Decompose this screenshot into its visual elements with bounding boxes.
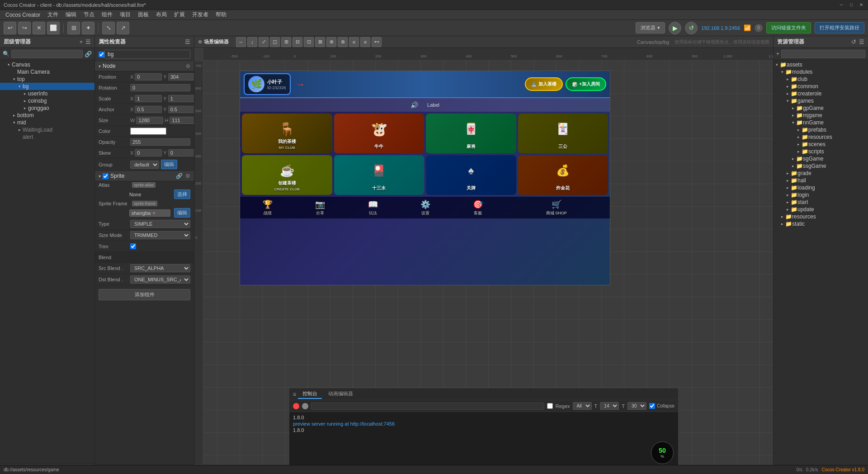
console-level-select[interactable]: All bbox=[573, 402, 592, 410]
asset-item-prefabs[interactable]: ▸ 📁 prefabs bbox=[774, 126, 868, 133]
refresh-button[interactable]: ↺ bbox=[685, 22, 698, 34]
asset-menu-icon[interactable]: ☰ bbox=[859, 38, 864, 45]
console-spacing-select[interactable]: 30 bbox=[627, 402, 646, 410]
trim-checkbox[interactable] bbox=[130, 243, 136, 249]
sprite-frame-edit-button[interactable]: 编辑 bbox=[174, 208, 190, 218]
anchor-x-input[interactable] bbox=[135, 106, 162, 113]
type-select[interactable]: SIMPLE bbox=[130, 220, 190, 228]
browser-select[interactable]: 浏览器 ▾ bbox=[636, 22, 665, 33]
asset-item-scenes[interactable]: ▸ 📁 scenes bbox=[774, 141, 868, 148]
asset-item-start[interactable]: ▸ 📁 start bbox=[774, 199, 868, 206]
tree-item-userinfo[interactable]: ▸ userInfo bbox=[0, 90, 94, 97]
scene-tool-13[interactable]: ⊷ bbox=[372, 37, 382, 47]
scene-tool-9[interactable]: ⊕ bbox=[326, 37, 336, 47]
asset-item-grade[interactable]: ▸ 📁 grade bbox=[774, 170, 868, 177]
node-section-header[interactable]: ▾ Node ⚙ bbox=[95, 61, 194, 71]
tree-item-waitingload[interactable]: ▸ WaitingLoad bbox=[0, 126, 94, 133]
console-tab-console[interactable]: 控制台 bbox=[298, 389, 322, 399]
toolbar-btn-5[interactable]: ⊞ bbox=[67, 22, 80, 34]
footer-btn-2[interactable]: 📷 分享 bbox=[294, 199, 346, 216]
hierarchy-link-icon[interactable]: 🔗 bbox=[85, 51, 92, 57]
add-component-button[interactable]: 添加组件 bbox=[99, 289, 190, 300]
footer-btn-6[interactable]: 🛒 商城 SHOP bbox=[505, 199, 608, 216]
scene-tool-10[interactable]: ⊗ bbox=[338, 37, 348, 47]
tree-item-alert[interactable]: alert bbox=[0, 133, 94, 141]
node-gear-icon[interactable]: ⚙ bbox=[186, 63, 190, 69]
menu-cocos[interactable]: Cocos Creator bbox=[2, 11, 44, 19]
sprite-link-icon[interactable]: 🔗 bbox=[176, 173, 183, 179]
asset-item-resources-root[interactable]: ▸ 📁 resources bbox=[774, 213, 868, 220]
asset-item-nngame[interactable]: ▾ 📁 nnGame bbox=[774, 119, 868, 126]
game-item-7[interactable]: ♠ 关牌 bbox=[426, 155, 516, 195]
src-blend-select[interactable]: SRC_ALPHA bbox=[130, 264, 190, 272]
asset-item-assets[interactable]: ▾ 📁 assets bbox=[774, 61, 868, 68]
scale-x-input[interactable] bbox=[135, 95, 162, 102]
console-search-input[interactable] bbox=[311, 403, 544, 410]
menu-project[interactable]: 项目 bbox=[116, 10, 134, 19]
tree-item-mid[interactable]: ▾ mid bbox=[0, 119, 94, 126]
scene-tool-8[interactable]: ⊠ bbox=[315, 37, 325, 47]
asset-item-modules[interactable]: ▾ 📁 modules bbox=[774, 68, 868, 76]
menu-component[interactable]: 组件 bbox=[98, 10, 116, 19]
game-item-6[interactable]: 🎴 十三水 bbox=[334, 155, 425, 195]
asset-item-scripts[interactable]: ▸ 📁 scripts bbox=[774, 148, 868, 155]
toolbar-btn-2[interactable]: ↪ bbox=[18, 22, 31, 34]
toolbar-btn-1[interactable]: ↩ bbox=[4, 22, 16, 34]
size-h-input[interactable] bbox=[170, 117, 194, 124]
hierarchy-menu-icon[interactable]: ☰ bbox=[85, 38, 91, 45]
close-button[interactable]: ✕ bbox=[858, 2, 864, 8]
console-clear-icon[interactable] bbox=[302, 403, 308, 409]
sprite-section-header[interactable]: ▾ Sprite 🔗 ⚙ bbox=[95, 171, 194, 181]
menu-node[interactable]: 节点 bbox=[80, 10, 98, 19]
asset-item-ssggame[interactable]: ▸ 📁 ssgGame bbox=[774, 162, 868, 170]
scene-tool-6[interactable]: ⊟ bbox=[292, 37, 302, 47]
visit-folder-button[interactable]: 访问链接文件夹 bbox=[766, 22, 811, 33]
sprite-enable-checkbox[interactable] bbox=[103, 173, 108, 179]
asset-item-resources-nn[interactable]: ▸ 📁 resources bbox=[774, 133, 868, 141]
asset-item-club[interactable]: ▸ 📁 club bbox=[774, 76, 868, 83]
asset-item-gpgame[interactable]: ▸ 📁 gpGame bbox=[774, 104, 868, 112]
asset-item-createrole[interactable]: ▸ 📁 createrole bbox=[774, 90, 868, 97]
size-mode-select[interactable]: TRIMMED bbox=[130, 231, 190, 239]
game-item-3[interactable]: 🀄 麻将 bbox=[426, 114, 516, 153]
tree-item-main-camera[interactable]: Main Camera bbox=[0, 68, 94, 76]
size-w-input[interactable] bbox=[136, 117, 163, 124]
properties-menu-icon[interactable]: ☰ bbox=[185, 38, 190, 45]
tree-item-bg[interactable]: ▾ bg bbox=[0, 83, 94, 90]
toolbar-btn-7[interactable]: ⤡ bbox=[102, 22, 115, 34]
group-edit-button[interactable]: 编辑 bbox=[161, 160, 177, 169]
menu-file[interactable]: 文件 bbox=[44, 10, 62, 19]
console-font-size-select[interactable]: 14 bbox=[600, 402, 619, 410]
asset-item-static[interactable]: ▸ 📁 static bbox=[774, 220, 868, 228]
menu-panel[interactable]: 面板 bbox=[134, 10, 152, 19]
dst-blend-select[interactable]: ONE_MINUS_SRC_ALPHA bbox=[130, 275, 190, 284]
tree-item-bottom[interactable]: ▸ bottom bbox=[0, 112, 94, 119]
game-item-2[interactable]: 🐮 牛牛 bbox=[334, 114, 425, 153]
console-error-icon[interactable] bbox=[293, 403, 299, 409]
game-item-5[interactable]: ☕ 创建茶楼CREATE CLUB bbox=[242, 155, 332, 195]
asset-item-update[interactable]: ▸ 📁 update bbox=[774, 206, 868, 213]
asset-refresh-icon[interactable]: ↺ bbox=[851, 38, 856, 45]
footer-btn-5[interactable]: 🎯 客服 bbox=[452, 199, 504, 216]
scene-tool-2[interactable]: ↕ bbox=[247, 37, 257, 47]
sprite-gear-icon[interactable]: ⚙ bbox=[185, 173, 190, 179]
join-room-button[interactable]: 🎲 +加入房间 bbox=[566, 77, 606, 91]
toolbar-btn-4[interactable]: ⬜ bbox=[47, 22, 60, 34]
position-y-input[interactable] bbox=[168, 73, 194, 81]
atlas-select-button[interactable]: 选择 bbox=[174, 190, 190, 199]
scene-tool-3[interactable]: ⤢ bbox=[259, 37, 269, 47]
restore-button[interactable]: □ bbox=[848, 2, 854, 8]
group-select[interactable]: default bbox=[130, 161, 159, 169]
footer-btn-3[interactable]: 📖 玩法 bbox=[347, 199, 399, 216]
open-install-button[interactable]: 打开程序安装路径 bbox=[815, 22, 864, 33]
sprite-frame-clear-icon[interactable]: × bbox=[152, 210, 155, 216]
opacity-input[interactable] bbox=[130, 138, 190, 146]
asset-add-icon[interactable]: + bbox=[776, 51, 779, 57]
scene-tool-4[interactable]: ◫ bbox=[270, 37, 280, 47]
menu-layout[interactable]: 布局 bbox=[152, 10, 170, 19]
play-button[interactable]: ▶ bbox=[669, 22, 681, 34]
menu-help[interactable]: 帮助 bbox=[212, 10, 230, 19]
minimize-button[interactable]: ─ bbox=[838, 2, 844, 8]
asset-item-hall[interactable]: ▸ 📁 hall bbox=[774, 177, 868, 184]
toolbar-btn-6[interactable]: ✦ bbox=[82, 22, 94, 34]
